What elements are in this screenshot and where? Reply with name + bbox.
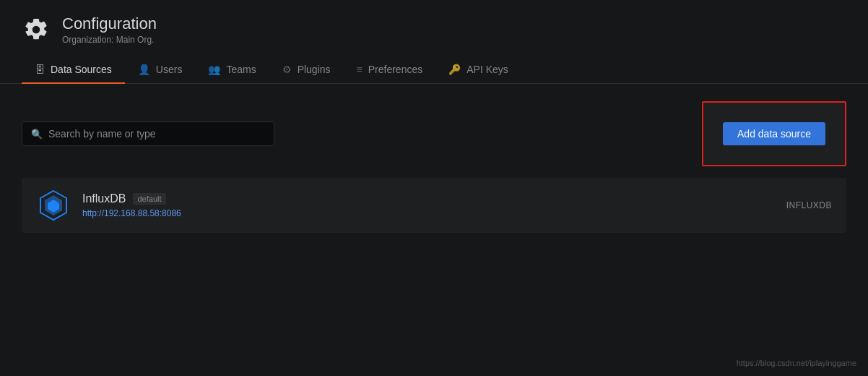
- tab-teams[interactable]: 👥 Teams: [195, 56, 269, 84]
- datasource-type: INFLUXDB: [786, 200, 832, 210]
- users-icon: 👤: [138, 64, 150, 75]
- nav-tabs: 🗄 Data Sources 👤 Users 👥 Teams ⚙ Plugins…: [0, 56, 868, 84]
- tab-plugins[interactable]: ⚙ Plugins: [269, 56, 344, 84]
- search-icon: 🔍: [31, 129, 43, 140]
- teams-icon: 👥: [208, 64, 220, 75]
- page-header: Configuration Organization: Main Org.: [0, 0, 868, 56]
- gear-icon: [22, 15, 51, 44]
- default-badge: default: [133, 193, 165, 205]
- tab-teams-label: Teams: [226, 64, 256, 75]
- tab-api-keys-label: API Keys: [466, 64, 508, 75]
- datasource-url: http://192.168.88.58:8086: [82, 208, 181, 218]
- tab-api-keys[interactable]: 🔑 API Keys: [435, 56, 521, 84]
- search-action-row: 🔍 Add data source: [22, 101, 846, 166]
- datasource-name: InfluxDB default: [82, 192, 181, 205]
- datasource-influxdb-row[interactable]: InfluxDB default http://192.168.88.58:80…: [22, 178, 846, 233]
- footer-link: https://blog.csdn.net/iplayinggame: [737, 359, 856, 367]
- influxdb-logo: [36, 188, 71, 223]
- preferences-icon: ≡: [357, 64, 363, 75]
- main-content: 🔍 Add data source InfluxDB default ht: [0, 84, 868, 250]
- tab-users[interactable]: 👤 Users: [125, 56, 196, 84]
- org-label: Organization: Main Org.: [62, 35, 157, 45]
- add-data-source-button[interactable]: Add data source: [723, 122, 825, 145]
- tab-plugins-label: Plugins: [298, 64, 331, 75]
- add-data-source-area: Add data source: [702, 101, 846, 166]
- data-sources-icon: 🗄: [35, 64, 45, 75]
- search-input[interactable]: [48, 128, 265, 140]
- plugins-icon: ⚙: [282, 64, 292, 75]
- tab-data-sources-label: Data Sources: [51, 64, 112, 75]
- search-bar[interactable]: 🔍: [22, 121, 274, 146]
- api-keys-icon: 🔑: [448, 64, 461, 75]
- header-text-block: Configuration Organization: Main Org.: [62, 14, 157, 45]
- tab-data-sources[interactable]: 🗄 Data Sources: [22, 56, 125, 84]
- tab-preferences[interactable]: ≡ Preferences: [344, 56, 436, 84]
- tab-preferences-label: Preferences: [368, 64, 422, 75]
- datasource-left: InfluxDB default http://192.168.88.58:80…: [36, 188, 181, 223]
- datasource-info: InfluxDB default http://192.168.88.58:80…: [82, 192, 181, 218]
- page-title: Configuration: [62, 14, 157, 33]
- tab-users-label: Users: [156, 64, 183, 75]
